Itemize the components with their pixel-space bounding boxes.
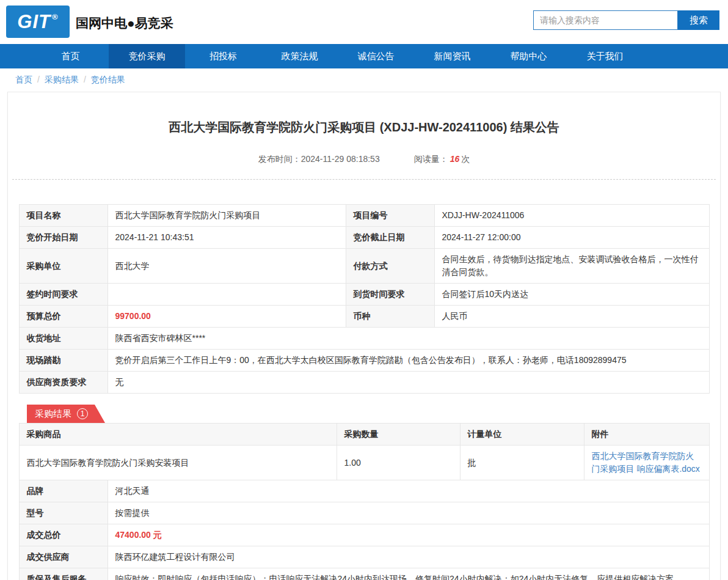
value-warranty-service: 响应时效：即时响应（包括电话响应）；电话响应无法解决24小时内到达现场。修复时间… xyxy=(107,568,709,580)
label-signing-time-requirement: 签约时间要求 xyxy=(19,284,107,306)
value-purchase-unit: 西北大学 xyxy=(107,249,346,284)
table-row: 成交总价 47400.00 元 xyxy=(19,524,709,546)
label-currency: 币种 xyxy=(346,306,434,328)
nav-item-tendering[interactable]: 招投标 xyxy=(185,44,261,68)
table-row: 项目名称 西北大学国际教育学院防火门采购项目 项目编号 XDJJ-HW-2024… xyxy=(19,205,709,227)
registered-mark-icon: ® xyxy=(52,12,59,21)
label-purchase-unit: 采购单位 xyxy=(19,249,107,284)
site-logo[interactable]: GIT® xyxy=(6,6,70,38)
logo-text: GIT® xyxy=(17,12,58,31)
nav-item-home[interactable]: 首页 xyxy=(32,44,109,68)
publish-time-label: 发布时间： xyxy=(258,154,301,164)
search-input[interactable] xyxy=(533,10,678,30)
table-row: 采购单位 西北大学 付款方式 合同生效后，待货物到达指定地点、安装调试验收合格后… xyxy=(19,249,709,284)
value-bid-end-date: 2024-11-27 12:00:00 xyxy=(434,227,709,249)
value-delivery-time-requirement: 合同签订后10天内送达 xyxy=(434,284,709,306)
dashed-divider xyxy=(12,179,716,180)
purchase-result-tab: 采购结果 1 xyxy=(27,405,105,423)
value-unit: 批 xyxy=(460,446,584,480)
project-info-table: 项目名称 西北大学国际教育学院防火门采购项目 项目编号 XDJJ-HW-2024… xyxy=(19,204,710,394)
value-winning-supplier: 陕西环亿建筑工程设计有限公司 xyxy=(107,546,709,568)
label-budget-total: 预算总价 xyxy=(19,306,107,328)
views-unit: 次 xyxy=(461,154,470,164)
value-project-code: XDJJ-HW-202411006 xyxy=(434,205,709,227)
attachment-link[interactable]: 西北大学国际教育学院防火门采购项目 响应偏离表.docx xyxy=(592,451,700,474)
publish-time-value: 2024-11-29 08:18:53 xyxy=(301,154,380,164)
breadcrumb-separator: / xyxy=(84,75,86,84)
table-row: 签约时间要求 到货时间要求 合同签订后10天内送达 xyxy=(19,284,709,306)
breadcrumb-bidding-results[interactable]: 竞价结果 xyxy=(91,75,125,84)
value-deal-total-price: 47400.00 元 xyxy=(107,524,709,546)
label-supplier-qualification: 供应商资质要求 xyxy=(19,372,107,394)
breadcrumb-home[interactable]: 首页 xyxy=(15,75,32,84)
table-row: 供应商资质要求 无 xyxy=(19,372,709,394)
value-site-survey: 竞价开启后第三个工作日上午9：00，在西北大学太白校区国际教育学院踏勘（包含公告… xyxy=(107,350,709,372)
nav-item-policies[interactable]: 政策法规 xyxy=(261,44,338,68)
nav-item-bidding-purchase[interactable]: 竞价采购 xyxy=(109,44,185,68)
header-quantity: 采购数量 xyxy=(337,424,460,446)
nav-item-news[interactable]: 新闻资讯 xyxy=(414,44,490,68)
value-budget-total: 99700.00 xyxy=(107,306,346,328)
value-quantity: 1.00 xyxy=(337,446,460,480)
breadcrumb-purchase-results[interactable]: 采购结果 xyxy=(45,75,79,84)
header-unit: 计量单位 xyxy=(460,424,584,446)
breadcrumb: 首页/采购结果/竞价结果 xyxy=(0,68,728,92)
label-model: 型号 xyxy=(19,502,107,524)
nav-item-help-center[interactable]: 帮助中心 xyxy=(490,44,567,68)
label-deal-total-price: 成交总价 xyxy=(19,524,107,546)
label-warranty-service: 质保及售后服务 xyxy=(19,568,107,580)
label-payment-method: 付款方式 xyxy=(346,249,434,284)
value-brand: 河北天通 xyxy=(107,480,709,502)
value-product-name: 西北大学国际教育学院防火门采购安装项目 xyxy=(19,446,337,480)
value-payment-method: 合同生效后，待货物到达指定地点、安装调试验收合格后，一次性付清合同货款。 xyxy=(434,249,709,284)
label-bid-start-date: 竞价开始日期 xyxy=(19,227,107,249)
main-nav: 首页 竞价采购 招投标 政策法规 诚信公告 新闻资讯 帮助中心 关于我们 xyxy=(0,44,728,68)
deal-detail-table: 品牌 河北天通 型号 按需提供 成交总价 47400.00 元 成交供应商 陕西… xyxy=(19,480,710,580)
value-project-name: 西北大学国际教育学院防火门采购项目 xyxy=(107,205,346,227)
value-model: 按需提供 xyxy=(107,502,709,524)
header-attachment: 附件 xyxy=(584,424,709,446)
table-row: 型号 按需提供 xyxy=(19,502,709,524)
breadcrumb-separator: / xyxy=(37,75,40,84)
label-winning-supplier: 成交供应商 xyxy=(19,546,107,568)
table-row: 成交供应商 陕西环亿建筑工程设计有限公司 xyxy=(19,546,709,568)
table-row: 收货地址 陕西省西安市碑林区**** xyxy=(19,328,709,350)
label-site-survey: 现场踏勘 xyxy=(19,350,107,372)
content-card: 西北大学国际教育学院防火门采购项目 (XDJJ-HW-202411006) 结果… xyxy=(7,92,721,580)
label-delivery-time-requirement: 到货时间要求 xyxy=(346,284,434,306)
value-currency: 人民币 xyxy=(434,306,709,328)
page-header: GIT® 国网中电●易竞采 搜索 xyxy=(0,0,728,44)
value-delivery-address: 陕西省西安市碑林区**** xyxy=(107,328,709,350)
header-product: 采购商品 xyxy=(19,424,337,446)
label-brand: 品牌 xyxy=(19,480,107,502)
value-signing-time-requirement xyxy=(107,284,346,306)
result-section-header: 采购结果 1 xyxy=(27,405,720,423)
announcement-title: 西北大学国际教育学院防火门采购项目 (XDJJ-HW-202411006) 结果… xyxy=(8,119,720,136)
table-header-row: 采购商品 采购数量 计量单位 附件 xyxy=(19,424,709,446)
result-count-badge: 1 xyxy=(77,408,88,419)
table-row: 质保及售后服务 响应时效：即时响应（包括电话响应）；电话响应无法解决24小时内到… xyxy=(19,568,709,580)
nav-item-about-us[interactable]: 关于我们 xyxy=(567,44,643,68)
table-row: 现场踏勘 竞价开启后第三个工作日上午9：00，在西北大学太白校区国际教育学院踏勘… xyxy=(19,350,709,372)
views-label: 阅读量： xyxy=(414,154,448,164)
table-row: 西北大学国际教育学院防火门采购安装项目 1.00 批 西北大学国际教育学院防火门… xyxy=(19,446,709,480)
label-project-name: 项目名称 xyxy=(19,205,107,227)
search-button[interactable]: 搜索 xyxy=(678,10,719,30)
value-supplier-qualification: 无 xyxy=(107,372,709,394)
purchase-result-table: 采购商品 采购数量 计量单位 附件 西北大学国际教育学院防火门采购安装项目 1.… xyxy=(19,423,710,480)
purchase-result-tab-label: 采购结果 xyxy=(35,408,71,420)
table-row: 竞价开始日期 2024-11-21 10:43:51 竞价截止日期 2024-1… xyxy=(19,227,709,249)
table-row: 预算总价 99700.00 币种 人民币 xyxy=(19,306,709,328)
label-project-code: 项目编号 xyxy=(346,205,434,227)
value-bid-start-date: 2024-11-21 10:43:51 xyxy=(107,227,346,249)
label-bid-end-date: 竞价截止日期 xyxy=(346,227,434,249)
nav-item-integrity-notice[interactable]: 诚信公告 xyxy=(338,44,414,68)
table-row: 品牌 河北天通 xyxy=(19,480,709,502)
label-delivery-address: 收货地址 xyxy=(19,328,107,350)
views-count: 16 xyxy=(450,154,460,164)
search-bar: 搜索 xyxy=(533,10,719,30)
announcement-meta: 发布时间：2024-11-29 08:18:53阅读量：16次 xyxy=(8,154,720,165)
site-brand-title: 国网中电●易竞采 xyxy=(76,15,173,32)
